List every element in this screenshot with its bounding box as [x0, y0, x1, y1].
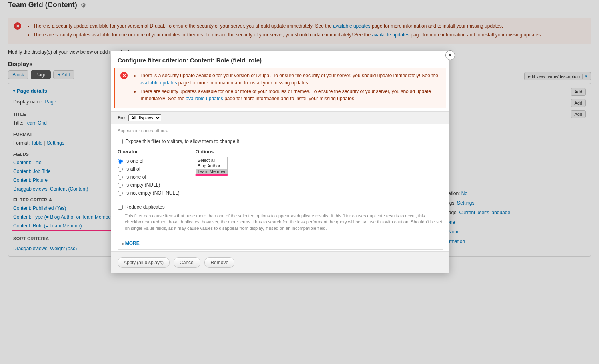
- operator-radio-is-empty[interactable]: [118, 183, 123, 188]
- more-toggle[interactable]: MORE: [122, 241, 140, 246]
- reduce-duplicates-checkbox[interactable]: [118, 205, 123, 210]
- available-updates-link[interactable]: available updates: [140, 80, 177, 86]
- gear-icon[interactable]: ⚙: [81, 2, 86, 8]
- appears-in-text: Appears in: node:authors.: [118, 128, 443, 133]
- available-updates-link[interactable]: available updates: [372, 32, 409, 38]
- apply-button[interactable]: Apply (all displays): [118, 257, 170, 268]
- cancel-button[interactable]: Cancel: [174, 257, 200, 268]
- reduce-duplicates-label: Reduce duplicates: [125, 204, 165, 210]
- option-blog-author[interactable]: Blog Author: [196, 163, 227, 169]
- operator-heading: Operator: [118, 149, 180, 155]
- for-label: For: [118, 115, 125, 121]
- options-heading: Options: [196, 149, 228, 155]
- display-name-link[interactable]: Page: [45, 99, 56, 105]
- operator-radio-is-not-empty[interactable]: [118, 191, 123, 196]
- add-button[interactable]: Add: [571, 110, 586, 118]
- available-updates-link[interactable]: available updates: [186, 96, 223, 101]
- chevron-down-icon: ▾: [582, 74, 587, 79]
- tab-page[interactable]: Page: [31, 70, 51, 79]
- format-link[interactable]: Table: [31, 140, 42, 146]
- format-settings-link[interactable]: Settings: [47, 140, 64, 146]
- page-title: Team Grid (Content) ⚙: [8, 0, 591, 12]
- add-button[interactable]: Add: [571, 88, 586, 96]
- modal-title: Configure filter criterion: Content: Rol…: [111, 51, 449, 68]
- edit-view-name-button[interactable]: edit view name/description▾: [524, 72, 591, 80]
- aggregation-link[interactable]: No: [461, 191, 467, 196]
- tab-block[interactable]: Block: [8, 70, 28, 79]
- error-icon: ✕: [120, 72, 128, 79]
- option-team-member[interactable]: Team Member: [196, 169, 227, 174]
- operator-radio-is-none-of[interactable]: [118, 175, 123, 180]
- options-listbox[interactable]: Select all Blog Author Team Member: [196, 157, 228, 175]
- for-select[interactable]: All displays: [128, 114, 161, 121]
- for-row: For All displays: [111, 111, 449, 124]
- expose-filter-checkbox[interactable]: [118, 139, 123, 144]
- field-language-link[interactable]: Current user's language: [459, 210, 510, 215]
- remove-button[interactable]: Remove: [204, 257, 234, 268]
- add-button[interactable]: Add: [571, 99, 586, 107]
- error-icon: ✕: [14, 22, 21, 30]
- security-msg-1: There is a security update available for…: [33, 22, 585, 30]
- modal-security-message: ✕ There is a security update available f…: [114, 68, 446, 108]
- reduce-duplicates-description: This filter can cause items that have mo…: [118, 211, 443, 235]
- title-link[interactable]: Team Grid: [25, 120, 47, 126]
- security-msg-2: There are security updates available for…: [33, 31, 585, 38]
- close-icon[interactable]: [445, 50, 455, 60]
- query-settings-link[interactable]: Settings: [457, 200, 474, 206]
- configure-filter-modal: Configure filter criterion: Content: Rol…: [111, 51, 449, 273]
- expose-filter-label: Expose this filter to visitors, to allow…: [125, 139, 239, 144]
- more-fieldset[interactable]: MORE: [118, 237, 443, 250]
- security-message-box: ✕ There is a security update available f…: [8, 18, 591, 44]
- available-updates-link[interactable]: available updates: [333, 23, 370, 29]
- add-display-button[interactable]: + Add: [53, 70, 74, 79]
- operator-radio-is-one-of[interactable]: [118, 159, 123, 164]
- option-select-all[interactable]: Select all: [196, 157, 227, 163]
- css-class-link[interactable]: None: [448, 229, 460, 235]
- operator-radio-is-all-of[interactable]: [118, 167, 123, 172]
